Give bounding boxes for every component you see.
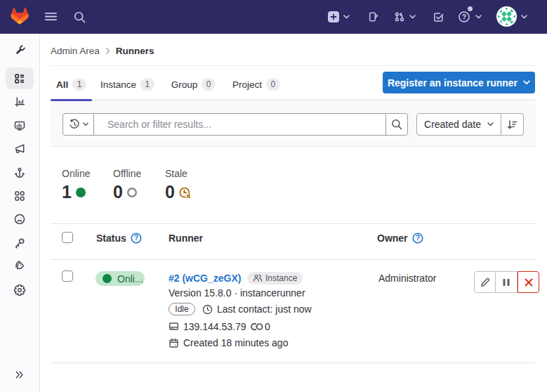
svg-text:?: ? <box>462 13 466 21</box>
svg-text:?: ? <box>134 233 138 242</box>
svg-text:?: ? <box>415 233 419 242</box>
